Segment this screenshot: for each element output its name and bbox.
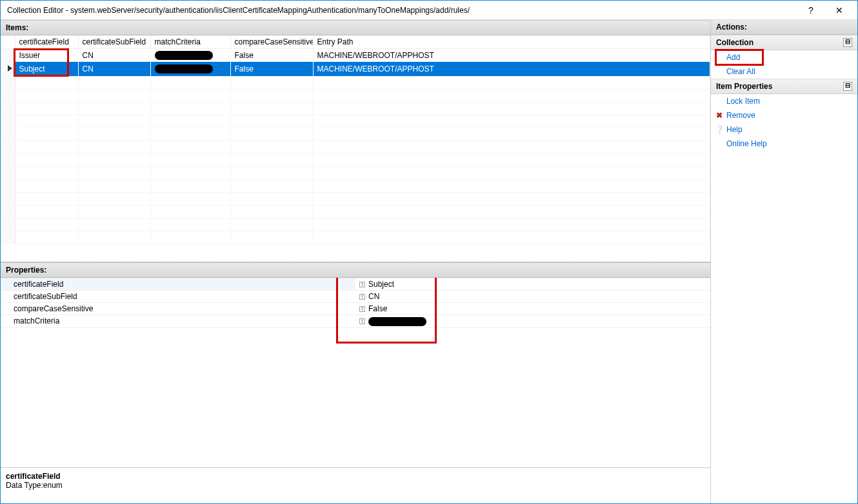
- cell-matchCriteria[interactable]: [150, 62, 230, 77]
- collection-group-label: Collection: [716, 38, 753, 47]
- empty-row: [1, 167, 710, 180]
- empty-row: [1, 115, 710, 128]
- col-certificateField[interactable]: certificateField: [15, 35, 78, 49]
- actions-pane: Actions: Collection ⊟ Add Clear All Item…: [711, 20, 857, 503]
- items-grid[interactable]: certificateField certificateSubField mat…: [1, 35, 710, 262]
- items-table[interactable]: certificateField certificateSubField mat…: [1, 35, 710, 244]
- property-row[interactable]: certificateField ⚿Subject: [1, 278, 710, 291]
- empty-row: [1, 77, 710, 90]
- window-title: Collection Editor - system.webServer/sec…: [5, 6, 797, 15]
- row-indicator: [1, 49, 15, 62]
- properties-heading: Properties:: [1, 262, 710, 278]
- items-heading: Items:: [1, 20, 710, 35]
- table-row[interactable]: Subject CN False MACHINE/WEBROOT/APPHOST: [1, 62, 710, 77]
- property-row[interactable]: matchCriteria ⚿: [1, 315, 710, 328]
- table-row[interactable]: Issuer CN False MACHINE/WEBROOT/APPHOST: [1, 49, 710, 62]
- cell-certificateSubField[interactable]: CN: [78, 62, 150, 77]
- collapse-icon[interactable]: ⊟: [843, 82, 852, 91]
- property-name[interactable]: certificateSubField: [1, 291, 355, 303]
- property-name[interactable]: compareCaseSensitive: [1, 303, 355, 315]
- property-name[interactable]: matchCriteria: [1, 315, 355, 328]
- action-remove[interactable]: ✖ Remove: [711, 108, 857, 122]
- empty-row: [1, 128, 710, 141]
- action-add[interactable]: Add: [711, 50, 857, 64]
- current-row-arrow-icon: [8, 65, 12, 72]
- help-icon: ❔: [715, 125, 724, 134]
- property-value[interactable]: ⚿False: [355, 303, 710, 315]
- col-certificateSubField[interactable]: certificateSubField: [78, 35, 150, 49]
- empty-row: [1, 193, 710, 206]
- cell-certificateSubField[interactable]: CN: [78, 49, 150, 62]
- titlebar-help-button[interactable]: ?: [797, 5, 825, 15]
- cell-compareCaseSensitive[interactable]: False: [230, 49, 313, 62]
- item-properties-group-title: Item Properties ⊟: [711, 79, 857, 94]
- action-lock-item[interactable]: Lock Item: [711, 94, 857, 108]
- col-entryPath[interactable]: Entry Path: [313, 35, 710, 49]
- empty-row: [1, 90, 710, 102]
- action-help[interactable]: ❔ Help: [711, 122, 857, 137]
- collection-group-title: Collection ⊟: [711, 35, 857, 50]
- properties-heading-label: Properties:: [6, 266, 46, 275]
- cell-matchCriteria[interactable]: [150, 49, 230, 62]
- main-area: Items: certificateField certificateSubFi…: [1, 20, 857, 503]
- items-heading-label: Items:: [6, 23, 28, 32]
- items-header-row[interactable]: certificateField certificateSubField mat…: [1, 35, 710, 49]
- row-indicator-header: [1, 35, 15, 49]
- property-description-type: Data Type:enum: [6, 481, 705, 490]
- empty-row: [1, 102, 710, 115]
- property-description: certificateField Data Type:enum: [1, 467, 710, 503]
- property-row[interactable]: compareCaseSensitive ⚿False: [1, 303, 710, 315]
- actions-heading: Actions:: [711, 20, 857, 35]
- empty-row: [1, 180, 710, 193]
- redacted-value: [368, 317, 426, 326]
- key-icon: ⚿: [359, 282, 366, 288]
- row-indicator: [1, 62, 15, 77]
- key-icon: ⚿: [359, 318, 366, 325]
- redacted-value: [155, 64, 213, 73]
- empty-row: [1, 231, 710, 244]
- titlebar-close-button[interactable]: ✕: [825, 5, 853, 15]
- cell-certificateField[interactable]: Subject: [15, 62, 78, 77]
- collapse-icon[interactable]: ⊟: [843, 38, 852, 47]
- left-pane: Items: certificateField certificateSubFi…: [1, 20, 711, 503]
- key-icon: ⚿: [359, 306, 366, 313]
- cell-entryPath[interactable]: MACHINE/WEBROOT/APPHOST: [313, 49, 710, 62]
- action-clear-all[interactable]: Clear All: [711, 64, 857, 79]
- cell-certificateField[interactable]: Issuer: [15, 49, 78, 62]
- empty-row: [1, 154, 710, 167]
- remove-icon: ✖: [715, 111, 724, 120]
- cell-entryPath[interactable]: MACHINE/WEBROOT/APPHOST: [313, 62, 710, 77]
- col-matchCriteria[interactable]: matchCriteria: [150, 35, 230, 49]
- empty-row: [1, 141, 710, 154]
- property-name[interactable]: certificateField: [1, 278, 355, 291]
- items-section: Items: certificateField certificateSubFi…: [1, 20, 710, 262]
- action-online-help[interactable]: Online Help: [711, 137, 857, 151]
- properties-grid[interactable]: certificateField ⚿Subject certificateSub…: [1, 278, 710, 467]
- item-properties-group-label: Item Properties: [716, 82, 772, 91]
- redacted-value: [155, 51, 213, 60]
- property-value[interactable]: ⚿: [355, 315, 710, 328]
- property-value[interactable]: ⚿CN: [355, 291, 710, 303]
- property-value[interactable]: ⚿Subject: [355, 278, 710, 291]
- properties-section: Properties: certificateField ⚿Subject ce…: [1, 262, 710, 503]
- cell-compareCaseSensitive[interactable]: False: [230, 62, 313, 77]
- key-icon: ⚿: [359, 294, 366, 300]
- title-bar: Collection Editor - system.webServer/sec…: [1, 1, 857, 20]
- empty-row: [1, 206, 710, 218]
- property-row[interactable]: certificateSubField ⚿CN: [1, 291, 710, 303]
- property-description-name: certificateField: [6, 472, 705, 481]
- empty-row: [1, 218, 710, 231]
- col-compareCaseSensitive[interactable]: compareCaseSensitive: [230, 35, 313, 49]
